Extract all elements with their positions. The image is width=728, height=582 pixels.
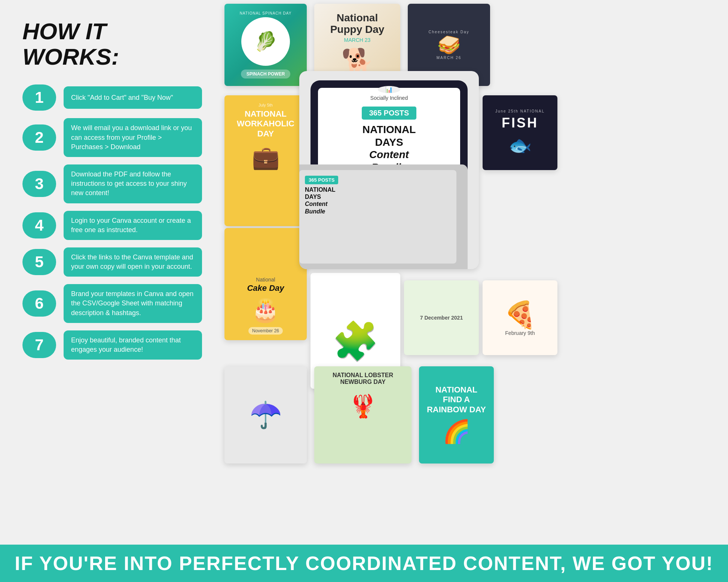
step-text-3: Download the PDF and follow the instruct… [71, 170, 195, 198]
umbrella-icon: ☂️ [250, 400, 282, 430]
content-area: HOW IT WORKS: 1 Click "Add to Cart" and … [0, 0, 728, 545]
fish-top-label: June 25th NATIONAL [495, 109, 545, 113]
rainbow-title: NATIONAL FIND A RAINBOW DAY [426, 385, 486, 415]
step-1: 1 Click "Add to Cart" and "Buy Now" [22, 84, 202, 111]
right-panel: National Spinach Day 🥬 SPINACH POWER Nat… [217, 0, 728, 545]
spinach-label: SPINACH POWER [241, 70, 291, 78]
bottom-banner-text: IF YOU'RE INTO PERFECTLY COORDINATED CON… [15, 552, 713, 575]
step-number-5: 5 [22, 249, 56, 275]
workaholic-icon: 💼 [252, 144, 280, 171]
page-title: HOW IT WORKS: [22, 19, 202, 70]
chart-icon: 📊 [385, 86, 393, 93]
rainbow-card: NATIONAL FIND A RAINBOW DAY 🌈 [419, 366, 494, 464]
step-text-6: Brand your templates in Canva and open t… [71, 289, 195, 318]
step-text-7: Enjoy beautiful, branded content that en… [71, 336, 195, 354]
cake-card: National Cake Day 🎂 November 26 [224, 228, 307, 340]
step-box-1: Click "Add to Cart" and "Buy Now" [64, 86, 202, 109]
laptop-device: 365 POSTS NATIONAL DAYS Content Bundle [299, 164, 468, 269]
step-5: 5 Click the links to the Canva template … [22, 247, 202, 277]
bottom-banner: IF YOU'RE INTO PERFECTLY COORDINATED CON… [0, 545, 728, 582]
fish-content: June 25th NATIONAL FISH 🐟 [490, 104, 550, 162]
step-6: 6 Brand your templates in Canva and open… [22, 284, 202, 323]
puzzle-icon: 🧩 [332, 319, 379, 363]
step-3: 3 Download the PDF and follow the instru… [22, 164, 202, 203]
step-box-5: Click the links to the Canva template an… [64, 247, 202, 277]
step-number-6: 6 [22, 290, 56, 317]
laptop-badge: 365 POSTS [305, 176, 338, 184]
pizza-content: 🍕 February 9th [504, 299, 536, 336]
main-container: HOW IT WORKS: 1 Click "Add to Cart" and … [0, 0, 728, 582]
spinach-card: National Spinach Day 🥬 SPINACH POWER [224, 4, 307, 86]
step-text-1: Click "Add to Cart" and "Buy Now" [71, 93, 173, 102]
spinach-icon: 🥬 [254, 31, 277, 52]
cake-script-title: Cake Day [247, 283, 284, 293]
step-number-4: 4 [22, 212, 56, 238]
workaholic-title: NATIONAL WORKAHOLIC DAY [232, 109, 299, 139]
step-text-4: Login to your Canva account or create a … [71, 216, 195, 235]
left-panel: HOW IT WORKS: 1 Click "Add to Cart" and … [0, 0, 217, 545]
step-4: 4 Login to your Canva account or create … [22, 211, 202, 240]
step-box-2: We will email you a download link or you… [64, 118, 202, 157]
tablet-logo: 📊 [378, 86, 400, 93]
cheesesteak-label: Cheesesteak Day [429, 30, 469, 34]
steps-list: 1 Click "Add to Cart" and "Buy Now" 2 We… [22, 84, 202, 360]
laptop-content-preview: 365 POSTS NATIONAL DAYS Content Bundle [299, 170, 456, 221]
step-box-3: Download the PDF and follow the instruct… [64, 164, 202, 203]
tablet-card: 365 POSTS NATIONAL DAYS Content Bundle [299, 71, 479, 269]
lobster-title: NATIONAL LOBSTER NEWBURG DAY [320, 372, 406, 385]
puppy-date: MARCH 23 [344, 37, 371, 43]
tablet-posts-badge: 365 POSTS [362, 107, 417, 120]
spinach-top-label: National Spinach Day [240, 11, 292, 15]
step-number-1: 1 [22, 84, 56, 111]
step-2: 2 We will email you a download link or y… [22, 118, 202, 157]
step-text-5: Click the links to the Canva template an… [71, 253, 195, 271]
cake-date: November 26 [248, 327, 283, 335]
lobster-card: NATIONAL LOBSTER NEWBURG DAY 🦞 [314, 366, 412, 464]
tablet-wrapper: 365 POSTS NATIONAL DAYS Content Bundle [299, 71, 479, 269]
rainbow-icon: 🌈 [443, 418, 471, 445]
fish-title: FISH [495, 115, 545, 131]
step-number-2: 2 [22, 124, 56, 151]
fish-icon: 🐟 [495, 135, 545, 156]
step-box-7: Enjoy beautiful, branded content that en… [64, 330, 202, 360]
step-box-6: Brand your templates in Canva and open t… [64, 284, 202, 323]
december-card: 7 December 2021 [404, 280, 479, 355]
cheesesteak-date: MARCH 26 [437, 56, 462, 60]
december-date: 7 December 2021 [420, 315, 463, 321]
step-number-3: 3 [22, 171, 56, 197]
pizza-label: February 9th [504, 330, 536, 336]
laptop-title: NATIONAL DAYS Content Bundle [305, 186, 451, 215]
cake-title-label: National [256, 277, 275, 283]
workaholic-date: July 5th [259, 103, 273, 107]
umbrella-card: ☂️ [224, 366, 307, 464]
national-fish-card: June 25th NATIONAL FISH 🐟 [483, 95, 557, 170]
tablet-brand: Socially Inclined [370, 95, 408, 101]
pizza-icon: 🍕 [504, 299, 536, 330]
step-7: 7 Enjoy beautiful, branded content that … [22, 330, 202, 360]
step-text-2: We will email you a download link or you… [71, 123, 195, 152]
workaholic-card: July 5th NATIONAL WORKAHOLIC DAY 💼 [224, 95, 307, 226]
spinach-circle: 🥬 [241, 17, 290, 66]
step-box-4: Login to your Canva account or create a … [64, 211, 202, 240]
cake-icon: 🎂 [251, 297, 279, 323]
step-number-7: 7 [22, 332, 56, 358]
laptop-screen: 365 POSTS NATIONAL DAYS Content Bundle [299, 170, 456, 264]
puppy-title: National Puppy Day [320, 12, 395, 36]
cheesesteak-icon: 🥪 [437, 34, 461, 56]
cake-content: National Cake Day 🎂 November 26 [247, 277, 284, 335]
pizza-card: 🍕 February 9th [483, 280, 557, 355]
lobster-icon: 🦞 [349, 393, 377, 419]
